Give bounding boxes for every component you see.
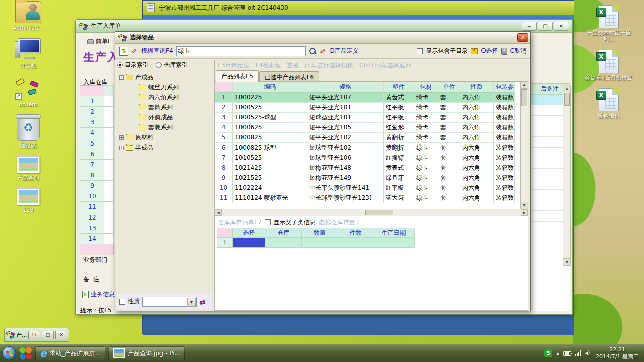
nature-checkbox[interactable]	[119, 299, 125, 305]
entry-vertical-scrollbar[interactable]: ▲ ▼	[563, 85, 571, 266]
scroll-left-icon[interactable]: ◀	[215, 209, 222, 216]
scroll-up-icon[interactable]: ▲	[521, 82, 528, 89]
tray-expand-icon[interactable]: ▲	[556, 351, 559, 356]
min-strip-maximize-button[interactable]: □	[42, 331, 54, 339]
entry-maximize-button[interactable]: □	[538, 22, 553, 31]
min-strip-close-button[interactable]: ✕	[55, 331, 67, 339]
product-table-row[interactable]: 91021525短梅花亚光149绿月牙绿卡套内六角装箱数:	[215, 173, 528, 183]
product-table-row[interactable]: 11000225短平头亚光107黄齿式绿卡套内六角装箱数:	[215, 93, 528, 103]
product-table-row[interactable]: 21000525短平头亚光101红平板绿卡套内六角装箱数:	[215, 103, 528, 113]
prev-order-button[interactable]: 前单L	[87, 37, 111, 46]
desktop-icon-excel-file[interactable]: X产品成本核算产值利...	[584, 5, 634, 43]
tree-item[interactable]: 内六角系列	[117, 92, 214, 102]
product-define-link[interactable]: D产品定义	[330, 47, 359, 55]
product-table-row[interactable]: 51000825短平头亚光102黄翻折绿卡套内六角装箱数:	[215, 133, 528, 143]
desktop-icon-excel-file[interactable]: X套筒车间5月份核算	[585, 50, 633, 81]
dialog-titlebar[interactable]: 选择物品 ✕	[115, 32, 530, 44]
main-titlebar[interactable]: 宁波市鄞州湘工工具厂 综合管理 oit 2C140430	[143, 1, 574, 15]
min-strip-restore-button[interactable]: ❐	[28, 331, 40, 339]
scroll-up-icon[interactable]: ▲	[564, 85, 570, 92]
refresh-icon[interactable]: ⇅	[119, 47, 128, 56]
cancel-button[interactable]: C取消	[510, 47, 526, 55]
tree-item[interactable]: +原材料	[117, 132, 214, 142]
tab-selected-products[interactable]: 已选中产品列表F6	[259, 71, 320, 81]
fuzzy-search-label[interactable]: 模糊查询F4	[141, 47, 173, 55]
select-check-icon	[471, 48, 478, 54]
entry-grid-row[interactable]: 6	[80, 149, 114, 160]
desktop-icon-oclient[interactable]: oclient	[15, 77, 41, 108]
tree-item[interactable]: 套装系列	[117, 122, 214, 132]
entry-grid-row[interactable]: 11	[80, 202, 114, 212]
entry-grid-row[interactable]: 3	[80, 117, 114, 128]
search-input[interactable]	[176, 46, 306, 56]
search-icon[interactable]	[309, 47, 317, 55]
product-table-row[interactable]: 61000825-球型短球型亚光102黄翻折绿卡套内六角装箱数:	[215, 143, 528, 153]
product-table-row[interactable]: 81021425短梅花亚光148黄表式绿卡套内六角装箱数:	[215, 163, 528, 173]
product-table-hscrollbar[interactable]: ◀ ▶	[215, 209, 528, 216]
desktop-icon-image[interactable]: 128	[17, 188, 40, 213]
task-ie-window[interactable]: e 求助_产品扩展屏...	[35, 346, 105, 360]
tree-expand-icon[interactable]: +	[119, 146, 124, 150]
entry-close-button[interactable]: ✕	[554, 22, 569, 31]
entry-grid-row[interactable]: 7	[80, 160, 114, 170]
tab-product-list[interactable]: 产品列表F5	[216, 70, 259, 82]
entry-grid-row[interactable]: 13	[80, 223, 114, 234]
desktop-icon-admin[interactable]: Administr...	[13, 1, 44, 31]
swap-arrows-icon[interactable]: ⇄	[199, 298, 205, 306]
scroll-thumb[interactable]	[365, 210, 393, 215]
directory-index-radio[interactable]	[117, 62, 123, 68]
business-info-link[interactable]: 业务信息	[82, 290, 115, 299]
desktop-icon-excel-file[interactable]: X镀铬报价	[598, 88, 620, 119]
entry-grid-row[interactable]: 10	[80, 191, 114, 202]
entry-grid-row[interactable]: 1	[80, 96, 114, 107]
tree-expand-icon[interactable]: +	[119, 135, 124, 140]
product-table-row[interactable]: 41000625短平头亚光105红鱼形绿卡套内六角装箱数:	[215, 123, 528, 133]
entry-grid-row[interactable]: 5	[80, 138, 114, 149]
start-button[interactable]	[2, 346, 16, 360]
desktop-icon-image[interactable]: 产品查询	[17, 156, 40, 181]
desktop-icon-recycle[interactable]: 回收站	[17, 115, 40, 149]
network-signal-icon[interactable]	[575, 350, 581, 356]
entry-grid-row[interactable]: 4	[80, 128, 114, 138]
tree-item[interactable]: -产成品	[117, 72, 214, 82]
desktop-icon-computer[interactable]: 计算机	[15, 38, 42, 69]
stock-selected-cell[interactable]	[233, 238, 265, 248]
entry-grid-row[interactable]: 14	[80, 234, 114, 244]
volume-icon[interactable]	[585, 350, 592, 356]
entry-grid-row[interactable]: 9	[80, 181, 114, 191]
entry-grid-row[interactable]: 8	[80, 170, 114, 181]
show-parent-child-checkbox[interactable]	[265, 219, 271, 225]
dialog-close-button[interactable]: ✕	[517, 33, 528, 42]
tree-item[interactable]: 套筒系列	[117, 102, 214, 112]
scroll-right-icon[interactable]: ▶	[521, 209, 528, 216]
nature-dropdown[interactable]	[142, 297, 197, 307]
product-table-header: -编码规格塑件包材单位性质包装参数	[215, 82, 528, 93]
entry-minimize-button[interactable]: ‒	[522, 22, 537, 31]
warehouse-index-radio[interactable]	[156, 62, 162, 68]
product-table-row[interactable]: 31000525-球型短球型亚光101红平板绿卡套内六角装箱数:	[215, 113, 528, 123]
dialog-icon	[118, 34, 127, 42]
scroll-down-icon[interactable]: ▼	[521, 202, 528, 209]
tree-item[interactable]: +半成品	[117, 142, 214, 153]
entry-grid-row[interactable]: 2	[80, 107, 114, 117]
tree-expand-icon[interactable]: -	[119, 75, 124, 80]
scroll-down-icon[interactable]: ▼	[564, 258, 570, 265]
product-table-vscrollbar[interactable]: ▲ ▼	[520, 82, 528, 209]
tree-item[interactable]: 外购成品	[117, 112, 214, 122]
product-table-row[interactable]: 71010525短球型亚光106红摇臂绿卡套内六角装箱数:	[215, 153, 528, 163]
tree-item[interactable]: 螺丝刀系列	[117, 82, 214, 92]
minimized-window-strip[interactable]: 产... ❐ □ ✕	[4, 328, 69, 342]
battery-icon[interactable]	[564, 351, 571, 356]
scroll-thumb[interactable]	[521, 89, 527, 106]
taskbar-clock[interactable]: 22:21 2014/7/1 星期二	[596, 346, 639, 360]
entry-grid-row[interactable]: 12	[80, 212, 114, 223]
scroll-thumb[interactable]	[564, 93, 570, 106]
task-image-viewer[interactable]: 产品查询.jpg - Pi...	[108, 346, 185, 360]
tray-app-icon[interactable]: S	[544, 349, 552, 357]
pinned-app-icon[interactable]	[19, 347, 32, 360]
include-subdir-checkbox[interactable]	[417, 48, 423, 54]
product-table-row[interactable]: 111110124-喷砂亚光中长球型喷砂亚光123(蓝大齿绿卡套内六角装箱数:	[215, 193, 528, 203]
stock-table-row[interactable]: 1	[217, 238, 528, 248]
product-table-row[interactable]: 101102224中长平头喷砂亚光141红平板绿卡套内六角装箱数:	[215, 183, 528, 193]
select-button[interactable]: O选择	[481, 47, 498, 55]
